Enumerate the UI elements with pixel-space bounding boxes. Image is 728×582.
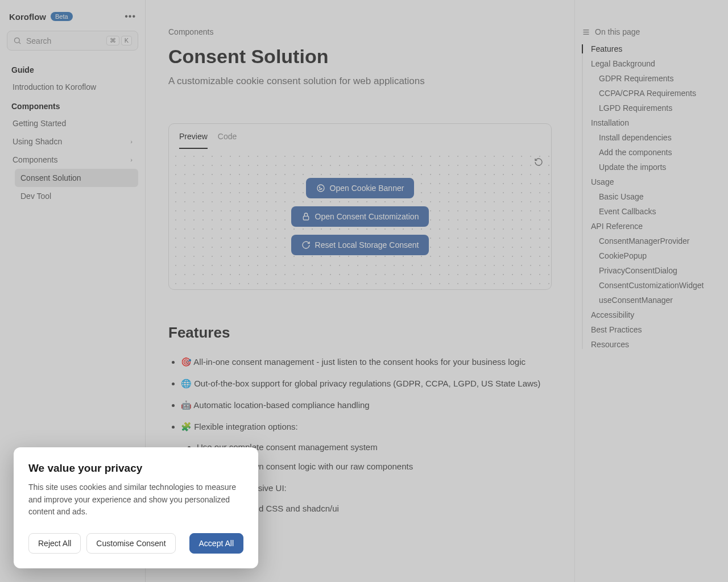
modal-overlay[interactable]: We value your privacy This site uses coo…: [0, 0, 728, 582]
customise-consent-button[interactable]: Customise Consent: [86, 533, 175, 554]
reject-all-button[interactable]: Reject All: [28, 533, 81, 554]
cookie-actions: Reject All Customise Consent Accept All: [28, 533, 243, 554]
cookie-consent-popup: We value your privacy This site uses coo…: [14, 447, 258, 568]
cookie-title: We value your privacy: [28, 462, 243, 475]
cookie-body: This site uses cookies and similar techn…: [28, 481, 243, 518]
accept-all-button[interactable]: Accept All: [189, 533, 243, 554]
